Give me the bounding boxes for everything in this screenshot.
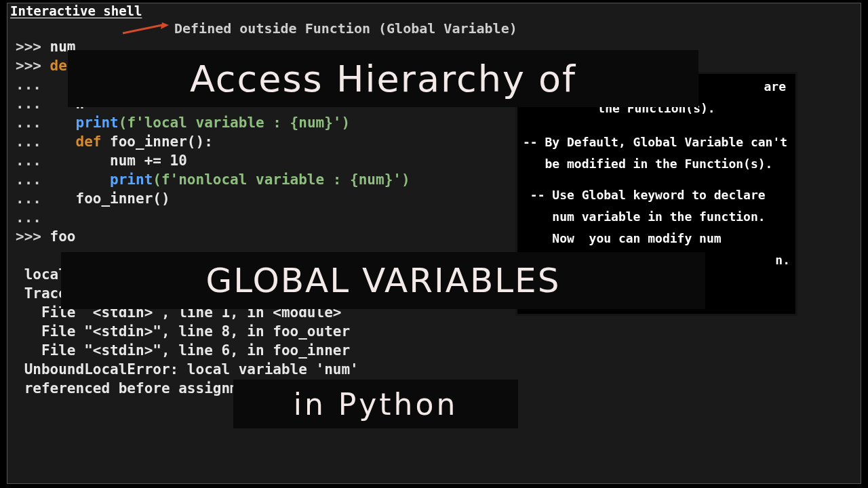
spacer	[523, 177, 790, 186]
spacer	[523, 121, 790, 134]
note-line: be modified in the Function(s).	[523, 155, 790, 173]
arrow-icon	[121, 24, 169, 33]
note-line: -- By Default, Global Variable can't	[523, 134, 790, 151]
annotation-text: Defined outside Function (Global Variabl…	[174, 20, 517, 37]
note-line: Now you can modify num	[523, 230, 790, 247]
overlay-title-bottom: in Python	[233, 380, 518, 428]
output-line: File "<stdin>", line 8, in foo_outer	[16, 322, 861, 341]
annotation-row: Defined outside Function (Global Variabl…	[7, 20, 861, 37]
svg-marker-1	[161, 22, 169, 29]
note-line: num variable in the function.	[523, 208, 790, 226]
shell-title: Interactive shell	[7, 3, 861, 20]
output-line: File "<stdin>", line 6, in foo_inner	[16, 341, 861, 360]
svg-line-0	[123, 25, 162, 33]
output-line: UnboundLocalError: local variable 'num'	[16, 360, 861, 379]
note-line: -- Use Global keyword to declare	[523, 186, 790, 204]
overlay-title-mid: GLOBAL VARIABLES	[61, 252, 705, 309]
overlay-title-top: Access Hierarchy of	[68, 50, 698, 107]
